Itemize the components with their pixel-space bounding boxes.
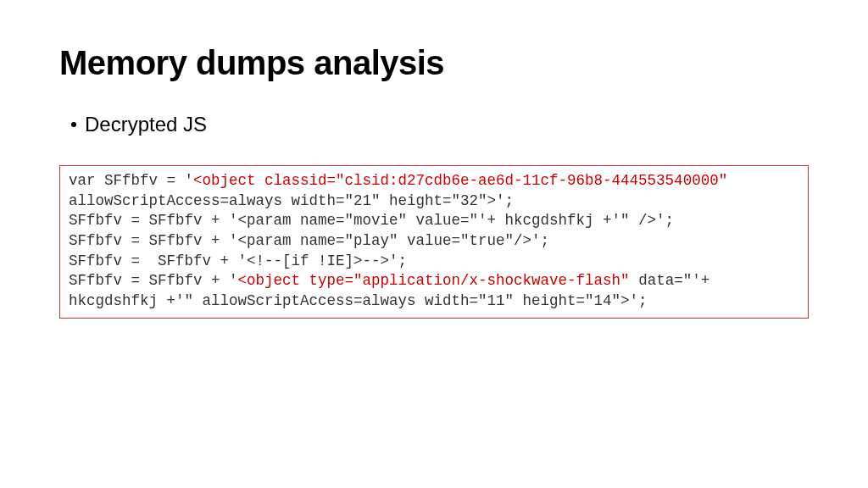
code-text: allowScriptAccess=always width="21" heig… [69, 192, 514, 209]
code-text: data="'+ [630, 272, 710, 289]
code-text: SFfbfv = SFfbfv + '<param name="play" va… [69, 232, 549, 249]
code-highlight: <object classid="clsid:d27cdb6e-ae6d-11c… [193, 172, 727, 189]
code-text: SFfbfv = SFfbfv + ' [69, 272, 238, 289]
slide: Memory dumps analysis Decrypted JS var S… [0, 0, 868, 352]
slide-title: Memory dumps analysis [59, 44, 809, 82]
code-text: SFfbfv = SFfbfv + '<!--[if !IE]>-->'; [69, 252, 407, 269]
code-text: hkcgdshfkj +'" allowScriptAccess=always … [69, 292, 648, 309]
code-highlight: <object type="application/x-shockwave-fl… [238, 272, 630, 289]
code-text: var SFfbfv = ' [69, 172, 193, 189]
bullet-text: Decrypted JS [85, 113, 207, 136]
code-block: var SFfbfv = '<object classid="clsid:d27… [59, 165, 809, 319]
bullet-item: Decrypted JS [71, 113, 809, 136]
code-text: SFfbfv = SFfbfv + '<param name="movie" v… [69, 212, 674, 229]
bullet-dot-icon [71, 122, 76, 127]
